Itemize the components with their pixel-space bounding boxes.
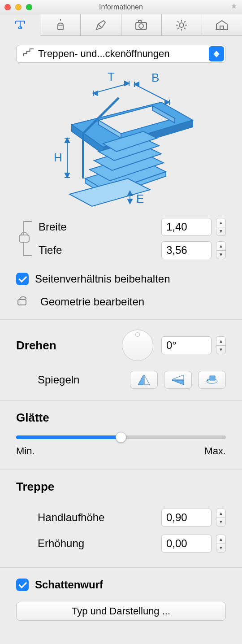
handrail-label: Handlaufhöhe: [38, 511, 161, 524]
dropdown-label: Treppen- und...ckenöffnungen: [38, 48, 222, 60]
stairs-icon: [23, 48, 35, 60]
rotation-input[interactable]: [161, 336, 212, 354]
aspect-checkbox[interactable]: [16, 273, 29, 285]
cast-shadow-label: Schattenwurf: [35, 579, 103, 591]
smoothness-slider[interactable]: [16, 435, 226, 439]
svg-marker-29: [125, 81, 129, 86]
rotate-label: Drehen: [16, 339, 122, 352]
svg-line-25: [93, 83, 129, 93]
svg-marker-42: [128, 199, 132, 204]
type-and-appearance-button[interactable]: Typ und Darstellung ...: [16, 602, 226, 621]
svg-marker-46: [144, 375, 150, 385]
slider-max-label: Max.: [204, 445, 226, 457]
object-type-dropdown[interactable]: Treppen- und...ckenöffnungen: [16, 45, 226, 63]
lock-open-icon: [16, 294, 30, 309]
svg-marker-38: [65, 138, 69, 143]
tab-dimensions[interactable]: [0, 14, 40, 36]
rotation-dial[interactable]: [122, 330, 153, 361]
svg-line-30: [134, 84, 169, 102]
cast-shadow-checkbox[interactable]: [16, 579, 29, 591]
rotate-3d-button[interactable]: [198, 371, 226, 389]
depth-stepper[interactable]: ▲▼: [216, 241, 226, 259]
svg-marker-33: [134, 82, 139, 87]
handrail-input[interactable]: [161, 509, 212, 527]
svg-marker-47: [172, 375, 184, 379]
dim-H-label: H: [54, 151, 62, 164]
depth-input[interactable]: [161, 241, 212, 259]
dim-T-label: T: [108, 71, 115, 83]
handrail-stepper[interactable]: ▲▼: [216, 509, 226, 527]
svg-marker-34: [165, 100, 169, 104]
aspect-label: Seitenverhältnis beibehalten: [35, 273, 170, 285]
smoothness-label: Glätte: [16, 411, 226, 425]
titlebar: Informationen: [0, 0, 242, 14]
mirror-label: Spiegeln: [38, 374, 124, 386]
dim-B-label: B: [151, 71, 159, 84]
svg-marker-48: [172, 380, 184, 385]
tab-edit[interactable]: [81, 14, 121, 35]
flip-horizontal-button[interactable]: [130, 371, 158, 389]
width-stepper[interactable]: ▲▼: [216, 218, 226, 236]
elevation-label: Erhöhung: [38, 537, 161, 550]
tab-materials[interactable]: [40, 14, 81, 35]
flip-vertical-button[interactable]: [164, 371, 192, 389]
tab-light[interactable]: [162, 14, 202, 35]
rotation-stepper[interactable]: ▲▼: [216, 336, 226, 354]
slider-min-label: Min.: [16, 445, 35, 457]
svg-marker-28: [93, 91, 98, 96]
svg-marker-39: [65, 173, 69, 178]
svg-rect-7: [220, 26, 224, 30]
depth-label: Tiefe: [39, 244, 161, 257]
svg-point-6: [179, 23, 184, 27]
dropdown-arrows-icon: [209, 46, 224, 61]
svg-marker-50: [210, 376, 215, 380]
tab-camera[interactable]: [121, 14, 162, 35]
svg-rect-5: [138, 21, 141, 22]
svg-rect-43: [19, 235, 29, 242]
aspect-link-icon[interactable]: [16, 215, 39, 262]
tabstrip: [0, 14, 242, 36]
width-input[interactable]: [161, 218, 212, 236]
stairs-heading: Treppe: [16, 480, 226, 494]
svg-marker-45: [138, 375, 143, 385]
stairs-diagram: T B H E: [0, 67, 242, 215]
window-title: Informationen: [0, 3, 242, 11]
svg-point-4: [139, 24, 143, 28]
elevation-stepper[interactable]: ▲▼: [216, 535, 226, 553]
svg-rect-44: [18, 300, 26, 305]
svg-rect-0: [58, 25, 63, 30]
tab-building[interactable]: [202, 14, 242, 35]
pin-icon[interactable]: [230, 3, 238, 12]
dim-E-label: E: [136, 192, 144, 205]
edit-geometry-label[interactable]: Geometrie bearbeiten: [40, 296, 144, 308]
svg-line-2: [98, 24, 102, 28]
elevation-input[interactable]: [161, 535, 212, 553]
width-label: Breite: [39, 221, 161, 233]
